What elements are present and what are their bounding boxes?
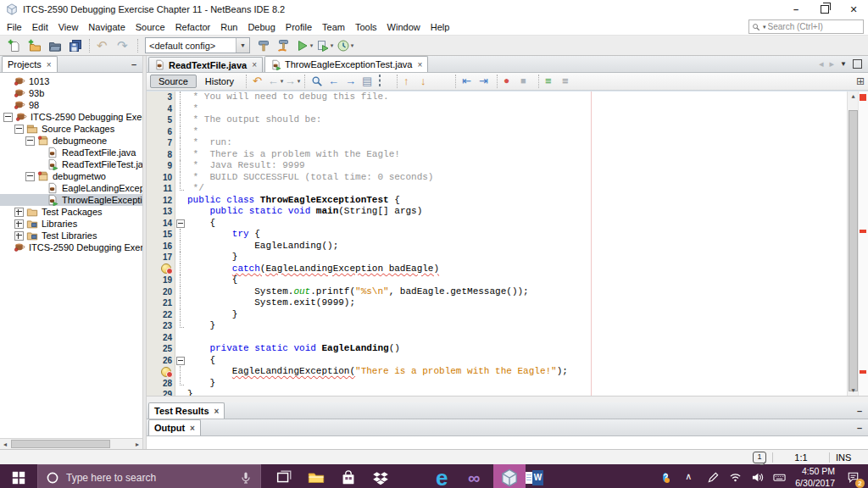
- error-stripe[interactable]: [858, 92, 868, 396]
- tree-item-itcs-2590-debugging-exercise-chapter[interactable]: ITCS-2590 Debugging Exercise Chapter: [0, 241, 142, 253]
- tree-item-readtextfiletest-java[interactable]: ReadTextFileTest.java: [0, 158, 142, 170]
- taskbar-visual-studio-button[interactable]: [461, 464, 493, 488]
- tray-wifi-icon[interactable]: [729, 471, 742, 484]
- code-line[interactable]: 29}: [147, 389, 868, 396]
- error-stripe-mark[interactable]: [860, 230, 866, 233]
- bottom-splitter[interactable]: [147, 396, 868, 402]
- close-tab-icon[interactable]: ×: [417, 60, 422, 69]
- tree-item-throweagleexceptiontest-java[interactable]: ThrowEagleExceptionTest.java: [0, 194, 142, 206]
- clean-build-project-button[interactable]: [275, 37, 293, 54]
- code-line[interactable]: 10 * BUILD SUCCESSFUL (total time: 0 sec…: [147, 172, 868, 184]
- next-bookmark-button[interactable]: ↓: [418, 75, 435, 89]
- build-project-button[interactable]: [254, 37, 273, 54]
- code-line[interactable]: 28 }: [147, 378, 868, 390]
- menu-edit[interactable]: Edit: [27, 20, 53, 34]
- collapse-fold-icon[interactable]: [176, 357, 185, 365]
- source-view-button[interactable]: Source: [150, 75, 197, 88]
- close-tab-icon[interactable]: ×: [190, 424, 195, 433]
- new-project-button[interactable]: [25, 37, 44, 54]
- code-line[interactable]: 23 }: [147, 320, 868, 332]
- code-line[interactable]: 4 *: [147, 103, 868, 115]
- close-tab-icon[interactable]: ×: [214, 407, 220, 416]
- code-line[interactable]: 26 {: [147, 355, 868, 367]
- start-button[interactable]: [0, 464, 37, 488]
- code-line[interactable]: 17 }: [147, 252, 868, 263]
- editor-tab-throweagleexceptiontest-java[interactable]: ThrowEagleExceptionTest.java×: [264, 56, 428, 72]
- comment-button[interactable]: ≡: [542, 75, 559, 89]
- toggle-bookmark-button[interactable]: [435, 75, 452, 89]
- taskbar-word-button[interactable]: [526, 464, 558, 488]
- taskbar-clock[interactable]: 4:50 PM 6/30/2017: [795, 466, 835, 488]
- taskbar-file-explorer-button[interactable]: [300, 464, 332, 488]
- menu-source[interactable]: Source: [131, 20, 170, 34]
- error-hint-icon[interactable]: [161, 367, 171, 377]
- tree-item-debugmeone[interactable]: debugmeone: [0, 135, 142, 147]
- next-occurrence-button[interactable]: →: [342, 75, 359, 89]
- taskbar-search-box[interactable]: Type here to search: [37, 464, 261, 488]
- restore-button[interactable]: [810, 0, 839, 19]
- tray-pen-icon[interactable]: [707, 471, 720, 484]
- previous-occurrence-button[interactable]: ←: [326, 75, 342, 89]
- menu-navigate[interactable]: Navigate: [83, 20, 130, 34]
- output-tab[interactable]: Output ×: [148, 419, 201, 435]
- code-line[interactable]: 15 try {: [147, 229, 868, 241]
- find-selection-button[interactable]: [309, 75, 326, 89]
- menu-profile[interactable]: Profile: [281, 20, 317, 34]
- output-content[interactable]: [147, 436, 868, 449]
- maximize-window-icon[interactable]: [853, 59, 862, 69]
- code-line[interactable]: 19 {: [147, 274, 868, 286]
- code-line[interactable]: 9 * Java Result: 9999: [147, 160, 868, 172]
- toggle-highlight-button[interactable]: ▤: [359, 75, 376, 89]
- menu-tools[interactable]: Tools: [350, 20, 382, 34]
- scrollbar-thumb[interactable]: [11, 440, 110, 448]
- shift-right-button[interactable]: ⇥: [476, 75, 493, 89]
- code-line[interactable]: 12public class ThrowEagleExceptionTest {: [147, 195, 868, 207]
- collapse-icon[interactable]: [25, 136, 35, 146]
- minimize-projects-panel-button[interactable]: –: [125, 59, 142, 69]
- taskbar-edge-button[interactable]: [429, 464, 461, 488]
- last-edit-button[interactable]: ↶: [250, 75, 267, 89]
- error-indicator[interactable]: [860, 94, 866, 101]
- tray-chevron-up-icon[interactable]: [685, 471, 698, 484]
- record-macro-button[interactable]: ●: [501, 75, 518, 89]
- minimize-output-button[interactable]: –: [851, 423, 868, 433]
- uncomment-button[interactable]: ≡: [559, 75, 576, 89]
- close-tab-icon[interactable]: ×: [47, 60, 52, 69]
- test-results-tab[interactable]: Test Results ×: [148, 402, 225, 419]
- menu-debug[interactable]: Debug: [242, 20, 280, 34]
- menu-team[interactable]: Team: [317, 20, 350, 34]
- tray-help-icon[interactable]: [663, 471, 676, 484]
- editor-tab-readtextfile-java[interactable]: ReadTextFile.java×: [148, 57, 263, 72]
- taskbar-task-view-button[interactable]: [268, 464, 300, 488]
- code-line[interactable]: EagleLandingException("There is a proble…: [147, 366, 868, 378]
- history-view-button[interactable]: History: [197, 75, 242, 88]
- open-project-button[interactable]: [46, 37, 64, 54]
- tree-item-itcs-2590-debugging-exercise-chapter[interactable]: ITCS-2590 Debugging Exercise Chapter: [0, 111, 142, 123]
- scroll-right-icon[interactable]: ▸: [132, 440, 142, 449]
- collapse-icon[interactable]: [14, 125, 24, 134]
- code-line[interactable]: catch(EagleLandingException badEagle): [147, 263, 868, 275]
- microphone-icon[interactable]: [239, 471, 253, 485]
- menu-view[interactable]: View: [53, 20, 84, 34]
- tree-item-93b[interactable]: 93b: [0, 87, 142, 99]
- code-line[interactable]: 16 EagleLanding();: [147, 241, 868, 252]
- error-hint-icon[interactable]: [161, 263, 171, 274]
- taskbar-store-button[interactable]: [332, 464, 364, 488]
- projects-tab[interactable]: Projects ×: [2, 56, 58, 72]
- menu-window[interactable]: Window: [382, 20, 426, 34]
- taskbar-dropbox-button[interactable]: [364, 464, 397, 488]
- close-button[interactable]: [839, 0, 868, 19]
- code-line[interactable]: 5 * The output should be:: [147, 114, 868, 126]
- code-line[interactable]: 14 {: [147, 218, 868, 230]
- code-line[interactable]: 11 */: [147, 183, 868, 195]
- tree-item-debugmetwo[interactable]: debugmetwo: [0, 170, 142, 182]
- previous-bookmark-button[interactable]: ↑: [401, 75, 418, 89]
- code-line[interactable]: 22 }: [147, 309, 868, 321]
- tree-item-eaglelandingexception-java[interactable]: EagleLandingException.java: [0, 182, 142, 194]
- code-line[interactable]: 3 * You will need to debug this file.: [147, 92, 868, 103]
- close-tab-icon[interactable]: ×: [252, 60, 257, 69]
- rectangular-selection-button[interactable]: [376, 75, 393, 89]
- collapse-icon[interactable]: [25, 172, 35, 181]
- taskbar-netbeans-button[interactable]: [493, 464, 526, 488]
- expand-icon[interactable]: [14, 208, 24, 217]
